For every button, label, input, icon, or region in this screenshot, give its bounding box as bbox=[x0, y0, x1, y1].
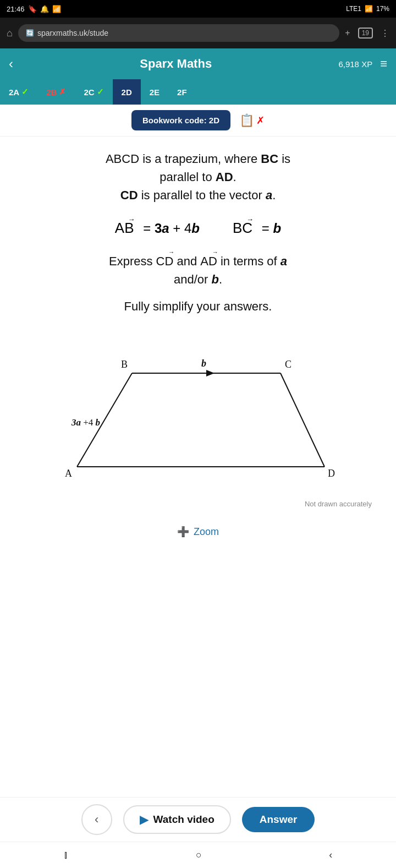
back-button[interactable]: ‹ bbox=[9, 56, 13, 72]
tab-2A[interactable]: 2A ✓ bbox=[0, 79, 37, 105]
ab-label: 3a +4 b bbox=[71, 417, 100, 428]
diagram-note: Not drawn accurately bbox=[13, 500, 383, 508]
b-label: b bbox=[201, 358, 206, 369]
home-icon[interactable]: ⌂ bbox=[7, 28, 13, 39]
status-time: 21:46 🔖 🔔 📶 bbox=[7, 5, 61, 13]
tab-2E[interactable]: 2E bbox=[141, 79, 168, 105]
tab-2D[interactable]: 2D bbox=[113, 79, 141, 105]
cross-icon: ✗ bbox=[256, 114, 265, 127]
nav-recent-icon[interactable]: ⫿ bbox=[64, 849, 69, 861]
zoom-label: Zoom bbox=[194, 526, 219, 538]
status-bar: 21:46 🔖 🔔 📶 LTE1 📶 17% bbox=[0, 0, 396, 18]
vertex-A: A bbox=[65, 468, 72, 479]
zoom-plus-icon: ➕ bbox=[177, 526, 189, 538]
svg-marker-3 bbox=[206, 370, 215, 376]
main-content: ABCD is a trapezium, where BC is paralle… bbox=[0, 137, 396, 621]
address-bar[interactable]: 🔄 sparxmaths.uk/stude bbox=[18, 24, 339, 42]
menu-icon[interactable]: ≡ bbox=[380, 57, 387, 71]
vertex-D: D bbox=[328, 468, 335, 479]
bookwork-code-button[interactable]: Bookwork code: 2D bbox=[131, 110, 230, 130]
watch-video-button[interactable]: ▶ Watch video bbox=[123, 805, 231, 834]
check-icon-2C: ✓ bbox=[97, 87, 104, 97]
vertex-C: C bbox=[285, 359, 292, 370]
back-chevron-icon: ‹ bbox=[95, 812, 98, 827]
trapezium-diagram: B C A D b 3a +4 b bbox=[44, 329, 352, 494]
question-text: ABCD is a trapezium, where BC is paralle… bbox=[13, 150, 383, 204]
simplify-text: Fully simplify your answers. bbox=[13, 299, 383, 314]
status-right: LTE1 📶 17% bbox=[346, 5, 389, 13]
back-button[interactable]: ‹ bbox=[81, 804, 112, 835]
bookwork-bar: Bookwork code: 2D 📋 ✗ bbox=[0, 105, 396, 137]
sparx-header: ‹ Sparx Maths 6,918 XP ≡ bbox=[0, 48, 396, 79]
vector-bc-expr: → BC = b bbox=[233, 220, 281, 237]
play-icon: ▶ bbox=[140, 813, 148, 826]
cross-icon-2B: ✗ bbox=[59, 87, 66, 97]
bookwork-icon[interactable]: 📋 ✗ bbox=[239, 113, 265, 128]
nav-back-icon[interactable]: ‹ bbox=[329, 849, 332, 861]
tab-2B[interactable]: 2B ✗ bbox=[37, 79, 75, 105]
tab-count[interactable]: 19 bbox=[358, 28, 373, 39]
tab-2C[interactable]: 2C ✓ bbox=[75, 79, 112, 105]
app-title: Sparx Maths bbox=[140, 57, 212, 71]
check-icon-2A: ✓ bbox=[21, 87, 29, 97]
android-nav-bar: ⫿ ○ ‹ bbox=[0, 842, 396, 868]
diagram-container: B C A D b 3a +4 b bbox=[13, 329, 383, 494]
express-text: Express → CD and → AD in terms of a and/… bbox=[13, 252, 383, 288]
vectors-display: → AB = 3a + 4b → BC = b bbox=[13, 220, 383, 237]
tab-2F[interactable]: 2F bbox=[168, 79, 196, 105]
nav-home-icon[interactable]: ○ bbox=[196, 849, 202, 861]
xp-display: 6,918 XP bbox=[338, 59, 372, 69]
vector-ab-expr: → AB = 3a + 4b bbox=[115, 220, 200, 237]
tab-row: 2A ✓ 2B ✗ 2C ✓ 2D 2E 2F bbox=[0, 79, 396, 105]
browser-chrome: ⌂ 🔄 sparxmaths.uk/stude + 19 ⋮ bbox=[0, 18, 396, 48]
svg-line-4 bbox=[280, 373, 324, 467]
zoom-area[interactable]: ➕ Zoom bbox=[13, 519, 383, 544]
answer-button[interactable]: Answer bbox=[242, 807, 315, 832]
bottom-bar: ‹ ▶ Watch video Answer bbox=[0, 797, 396, 842]
browser-actions: + 19 ⋮ bbox=[345, 28, 389, 39]
vertex-B: B bbox=[121, 359, 128, 370]
watch-video-label: Watch video bbox=[153, 814, 215, 826]
